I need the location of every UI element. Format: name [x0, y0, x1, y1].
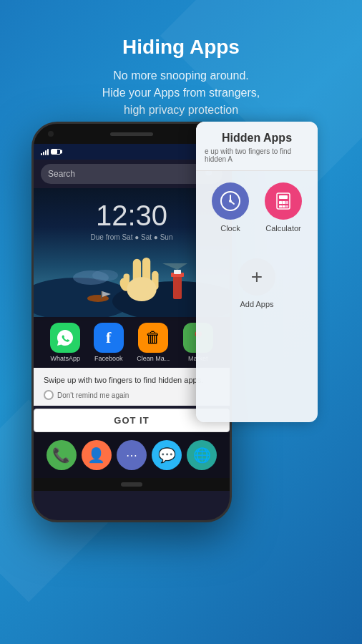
phone-camera	[48, 131, 54, 137]
app-icon-facebook[interactable]: f Facebook	[94, 323, 124, 362]
search-placeholder: Search	[48, 169, 75, 179]
dock-contacts[interactable]: 👤	[82, 440, 112, 470]
hidden-apps-subtitle: e up with two fingers to find hidden A	[205, 147, 309, 163]
phone-speaker	[110, 132, 153, 136]
whatsapp-label: WhatsApp	[50, 355, 80, 362]
hand-gesture	[117, 245, 167, 306]
clock-label: Clock	[220, 224, 240, 233]
page-title: Hiding Apps	[0, 36, 362, 59]
hidden-apps-panel: Hidden Apps e up with two fingers to fin…	[196, 122, 318, 422]
dock-phone[interactable]: 📞	[47, 440, 77, 470]
remind-radio[interactable]	[44, 390, 54, 400]
clean-icon: 🗑	[138, 323, 168, 353]
hidden-apps-header: Hidden Apps e up with two fingers to fin…	[196, 122, 318, 171]
battery-icon	[51, 149, 61, 155]
dock-messages[interactable]: 💬	[152, 440, 182, 470]
device-area: 12:30 Search 🔍 12:30 Due from Sat ● Sat …	[31, 122, 303, 522]
facebook-icon: f	[94, 323, 124, 353]
svg-rect-28	[279, 205, 282, 208]
clean-label: Clean Ma...	[137, 355, 170, 362]
clock-icon	[212, 182, 249, 220]
phone-search-bar[interactable]: Search 🔍	[41, 164, 222, 184]
calculator-label: Calculator	[265, 224, 301, 233]
svg-rect-26	[283, 201, 285, 204]
hidden-apps-add-section[interactable]: + Add Apps	[196, 258, 318, 308]
svg-rect-29	[283, 205, 285, 208]
add-apps-button[interactable]: +	[238, 258, 275, 296]
phone-bottom-bar	[34, 478, 230, 491]
dock-apps[interactable]: ⋯	[117, 440, 147, 470]
app-icon-whatsapp[interactable]: WhatsApp	[50, 323, 80, 362]
svg-rect-8	[101, 291, 102, 298]
header-section: Hiding Apps No more snooping around. Hid…	[0, 0, 362, 133]
home-button[interactable]	[121, 482, 142, 487]
hidden-apps-title: Hidden Apps	[205, 132, 309, 145]
swipe-text: Swipe up with two fingers to find hidden…	[44, 375, 220, 386]
add-apps-label: Add Apps	[240, 300, 273, 308]
svg-rect-25	[279, 201, 282, 204]
app-icon-clean[interactable]: 🗑 Clean Ma...	[137, 323, 170, 362]
calculator-icon	[265, 182, 302, 220]
svg-rect-24	[279, 195, 288, 199]
hidden-apps-grid: Clock Calculator	[196, 171, 318, 244]
signal-icon	[41, 148, 49, 155]
facebook-label: Facebook	[94, 355, 123, 362]
hidden-app-clock[interactable]: Clock	[209, 182, 252, 233]
svg-rect-3	[173, 274, 182, 299]
dock-browser[interactable]: 🌐	[187, 440, 217, 470]
hidden-app-calculator[interactable]: Calculator	[262, 182, 305, 233]
svg-point-18	[127, 277, 156, 301]
remind-label: Don't remind me again	[57, 391, 129, 399]
whatsapp-icon	[50, 323, 80, 353]
svg-point-22	[229, 200, 232, 203]
svg-rect-5	[174, 270, 181, 274]
page-subtitle: No more snooping around. Hide your Apps …	[0, 67, 362, 119]
svg-rect-30	[285, 205, 288, 208]
phone-dock: 📞 👤 ⋯ 💬 🌐	[34, 432, 230, 478]
svg-rect-27	[285, 201, 288, 204]
remind-row: Don't remind me again	[44, 390, 220, 400]
svg-point-11	[92, 270, 118, 281]
